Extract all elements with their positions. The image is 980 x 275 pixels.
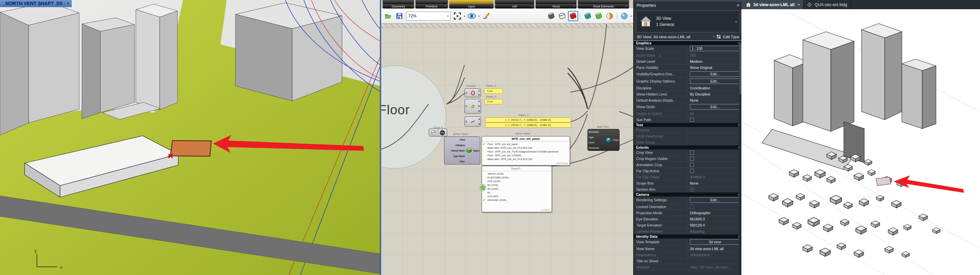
section-header-camera[interactable]: Camera« [634,192,742,197]
gh-level-picker[interactable]: Search... TRACK LEVELPLATFORM LEVELOTE L… [482,166,552,212]
gh-port-level[interactable]: Level [589,141,603,144]
section-header-text[interactable]: Text« [634,123,742,127]
gh-panel-true-2[interactable]: True [484,99,503,104]
display-custom-selected-icon[interactable] [568,11,578,21]
gh-value-picker[interactable]: MTR_con_ext_paver Floor : MTR_con_ext_pa… [482,136,570,165]
gh-panel-true-1[interactable]: True [484,88,503,94]
gh-port-p[interactable]: P [478,94,480,96]
instance-caret-icon[interactable]: ▾ [713,35,714,38]
gh-component-icons-row[interactable] [381,0,634,4]
prop-value[interactable]: Medium [688,59,742,64]
gh-icon-group[interactable] [536,0,576,4]
level-picker-search[interactable]: Search... [482,166,552,171]
gh-port-c[interactable]: C [466,92,467,94]
gh-node-query-types[interactable]: KindCategoryFamily NameType NameFilter T… [444,137,480,164]
gh-tab-expand-icon[interactable]: + [626,5,628,8]
gh-node-endpoints[interactable]: C SE [465,116,481,127]
gh-node-planar[interactable]: C PPD [465,99,481,114]
picker-item-basic-wall-mtr-con-ext-pla-rcc[interactable]: Basic Wall : MTR_con_ext_PLA-RCC250 [482,157,570,161]
gh-tab-expand-icon[interactable]: + [490,5,492,8]
gh-tab-geometry[interactable]: Geometry+ [383,4,414,8]
checkbox[interactable] [690,157,694,161]
edit-button[interactable]: Edit... [690,104,740,110]
checkbox[interactable] [690,169,694,173]
gumball-sphere-icon[interactable] [620,11,629,21]
gh-icon-group[interactable] [383,0,414,4]
display-shaded-icon[interactable] [546,11,556,21]
edit-button[interactable]: Edit... [690,197,740,203]
preview-mesh-green-icon[interactable] [594,11,603,21]
view-tab-3d-view-axon-lml-all[interactable]: 3d view-axon-LML all× [743,0,803,9]
prop-value[interactable]: Show Original [688,65,742,70]
open-file-icon[interactable] [383,11,393,21]
close-icon[interactable]: × [737,3,739,8]
zoom-level-combo[interactable]: 72% ▾ [406,11,451,21]
picker-item-track-level[interactable]: TRACK LEVEL [482,172,552,176]
gh-icon-group[interactable] [495,0,534,4]
prop-value[interactable]: Orthographic [688,211,742,215]
gh-panel-coords-1[interactable]: {-1.1953e+7, 7.4266e+6, 12500.0} [485,118,571,122]
gh-port-s[interactable]: S [479,118,480,121]
gh-tab-expand-icon[interactable]: + [573,5,575,8]
gh-port-structural[interactable]: Structural [589,147,603,149]
prop-value[interactable]: 661600.3 [688,217,742,221]
gh-port-family-name[interactable]: Family Name [445,149,465,152]
picker-item-ote-level[interactable]: OTE LEVEL [482,180,552,183]
gh-port-p[interactable]: P [478,105,480,108]
gh-port-boundary[interactable]: Boundary [589,131,603,133]
gh-port-category[interactable]: Category [445,144,465,146]
preview-mesh-teal-icon[interactable] [583,11,593,21]
gh-port-d[interactable]: D [478,110,480,112]
gh-tab-revit-elements[interactable]: Revit Elements+ [578,4,629,8]
edit-button[interactable]: Edit... [690,71,740,77]
picker-item-b3-level[interactable]: B3 LEVEL [482,183,552,187]
close-tab-icon[interactable]: × [797,2,800,7]
gumball-caret-icon[interactable]: ▾ [630,15,632,18]
view-tab-qua-sec-ent-bldg[interactable]: QUA-sec-ent bldg [803,0,851,9]
edit-button[interactable]: 3d view [690,239,740,245]
sketch-pencil-icon[interactable] [481,11,491,21]
prop-value[interactable]: 3d view-axon-LML all [688,247,742,251]
gh-tab-input[interactable]: Input+ [449,4,493,8]
edit-button[interactable]: Edit... [690,78,740,84]
save-file-icon[interactable] [395,11,404,21]
picker-item-b1[interactable]: B1 [482,191,552,194]
gh-tab-expand-icon[interactable]: + [531,5,533,8]
picker-item-basic-wall-mtr-con-ext-pla-rcc[interactable]: Basic Wall : MTR_con_ext_PLA-RCC150 [482,146,570,150]
gh-port-types[interactable]: Types [473,149,479,152]
gh-port-e[interactable]: E [479,123,480,125]
picker-item-floor-mtr-con-ext-paver[interactable]: Floor : MTR_con_ext_paver [482,142,570,146]
prop-value[interactable]: Coordination [688,86,742,90]
checkbox[interactable] [690,118,694,122]
checkbox[interactable] [690,163,694,167]
display-wireframe-icon[interactable] [557,11,567,21]
gh-port-floor[interactable]: Floor [613,139,619,141]
instance-selector[interactable]: 3D View: 3d view-axon-LML all [636,35,711,39]
preview-caret-icon[interactable]: ▾ [478,15,480,18]
gh-node-curve-r[interactable] [429,129,447,137]
section-header-graphics[interactable]: Graphics« [634,41,742,45]
gh-icon-group[interactable] [415,0,448,4]
gh-port-type[interactable]: Type [589,136,603,138]
gh-tab-primitive[interactable]: Primitive+ [415,4,448,8]
viewport-title-caret-icon[interactable]: ▼ [65,2,70,5]
gh-port-c[interactable]: C [466,121,467,123]
checkbox[interactable] [690,151,694,154]
zoom-extents-icon[interactable] [453,11,462,21]
picker-item-floor-mtr-con-ext-con200[interactable]: Floor : MTR_con_ext_CON200 [482,154,570,157]
gh-port-p[interactable]: P [478,100,480,103]
picker-item-b2-level[interactable]: B2 LEVEL [482,187,552,191]
gh-icon-group[interactable] [578,0,629,4]
gh-panel-coords-2[interactable]: {-1.1953e+7, 7.4266e+6, 12500.0} [485,122,571,127]
picker-item-0-00-mpd[interactable]: 0.00 mPD [482,194,552,198]
picker-item-ground-level[interactable]: GROUND LEVEL [482,198,552,202]
type-selector-caret-icon[interactable]: ▾ [735,20,737,24]
section-header-extents[interactable]: Extents« [634,145,742,149]
type-selector[interactable]: 3D View 1 General ▾ [636,11,740,32]
section-header-identity-data[interactable]: Identity Data« [634,234,742,238]
prop-value[interactable]: By Discipline [688,92,742,96]
edit-type-button[interactable]: Edit Type [723,35,739,39]
revit-3d-canvas[interactable] [741,9,980,275]
rhino-viewport[interactable]: y x _NORTH VENT SHAFT_D5 ▼ [0,0,380,275]
gh-port-type-name[interactable]: Type Name [445,155,465,157]
